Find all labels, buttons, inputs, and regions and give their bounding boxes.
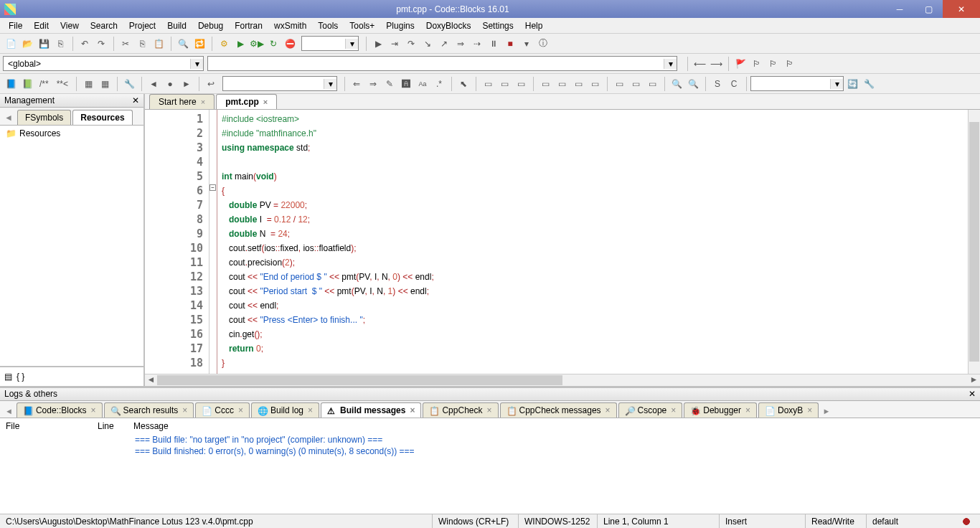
abort-button[interactable]: ⛔ <box>282 36 298 52</box>
nav-stop-button[interactable]: ● <box>162 76 178 92</box>
logs-tab-debugger[interactable]: 🐞Debugger× <box>684 402 757 418</box>
logs-tab-doxyb[interactable]: 📄DoxyB× <box>758 402 819 418</box>
tb-btn-5[interactable]: ▭ <box>554 76 570 92</box>
settings-button[interactable]: 🔧 <box>861 76 877 92</box>
menu-view[interactable]: View <box>55 19 85 32</box>
menu-plugins[interactable]: Plugins <box>380 19 420 32</box>
list-icon[interactable]: ▤ <box>4 372 12 382</box>
run-button[interactable]: ▶ <box>232 36 248 52</box>
menu-project[interactable]: Project <box>123 19 161 32</box>
next-line-button[interactable]: ↷ <box>403 36 419 52</box>
editor-tab-start-here[interactable]: Start here× <box>149 94 215 109</box>
hl-a-button[interactable]: 🅰 <box>398 76 414 92</box>
comment-block-button[interactable]: /** <box>36 76 52 92</box>
last-jump-button[interactable]: ↩ <box>203 76 219 92</box>
close-button[interactable]: ✕ <box>943 0 980 18</box>
prev-func-button[interactable]: ⇐ <box>349 76 364 92</box>
menu-doxyblocks[interactable]: DoxyBlocks <box>420 19 477 32</box>
tb-btn-6[interactable]: ▭ <box>570 76 586 92</box>
scope-combo[interactable]: <global>▾ <box>3 56 204 71</box>
mgmt-tab-left-arrow[interactable]: ◄ <box>1 110 16 125</box>
target-combo[interactable]: ▾ <box>301 36 359 51</box>
logs-body[interactable]: File Line Message === Build file: "no ta… <box>0 418 980 514</box>
logs-tab-cccc[interactable]: 📄Cccc× <box>195 402 250 418</box>
doxy-settings-button[interactable]: 🔧 <box>121 76 137 92</box>
menu-tools+[interactable]: Tools+ <box>344 19 380 32</box>
open-button[interactable]: 📂 <box>19 36 35 52</box>
step-instr-button[interactable]: ⇢ <box>469 36 485 52</box>
tb-btn-8[interactable]: ▭ <box>611 76 627 92</box>
rebuild-button[interactable]: ↻ <box>265 36 281 52</box>
logs-tab-cppcheck[interactable]: 📋CppCheck× <box>423 402 498 418</box>
tb-btn-2[interactable]: ▭ <box>496 76 512 92</box>
management-tree[interactable]: 📁 Resources <box>0 126 143 366</box>
logs-tab-build-log[interactable]: 🌐Build log× <box>251 402 319 418</box>
tb-btn-4[interactable]: ▭ <box>537 76 553 92</box>
debug-windows-button[interactable]: ▾ <box>519 36 534 52</box>
copy-button[interactable]: ⎘ <box>134 36 150 52</box>
tab-close-icon[interactable]: × <box>263 98 268 106</box>
cut-button[interactable]: ✂ <box>118 36 133 52</box>
jump-combo[interactable]: ▾ <box>222 76 337 91</box>
logs-tab-search-results[interactable]: 🔍Search results× <box>104 402 194 418</box>
logs-close-icon[interactable]: ✕ <box>969 389 976 400</box>
tab-close-icon[interactable]: × <box>238 405 243 415</box>
menu-debug[interactable]: Debug <box>192 19 229 32</box>
refresh-button[interactable]: 🔄 <box>844 76 860 92</box>
info-button[interactable]: ⓘ <box>535 36 551 52</box>
bookmark-toggle-button[interactable]: 🚩 <box>732 56 748 72</box>
logs-tab-cppcheck-messages[interactable]: 📋CppCheck messages× <box>500 402 617 418</box>
replace-button[interactable]: 🔁 <box>192 36 207 52</box>
menu-build[interactable]: Build <box>161 19 192 32</box>
tab-close-icon[interactable]: × <box>671 405 676 415</box>
logs-tab-build-messages[interactable]: ⚠Build messages× <box>321 402 421 418</box>
fold-marker[interactable]: − <box>209 184 216 191</box>
stop-debug-button[interactable]: ■ <box>502 36 518 52</box>
tb-btn-3[interactable]: ▭ <box>513 76 529 92</box>
maximize-button[interactable]: ▢ <box>914 0 943 18</box>
nav-fwd-button[interactable]: ► <box>179 76 194 92</box>
doxy-b-button[interactable]: 📗 <box>19 76 35 92</box>
menu-settings[interactable]: Settings <box>476 19 519 32</box>
break-button[interactable]: ⏸ <box>486 36 501 52</box>
menu-fortran[interactable]: Fortran <box>229 19 268 32</box>
logs-tab-cscope[interactable]: 🔎Cscope× <box>618 402 683 418</box>
fortran-s-button[interactable]: S <box>710 76 725 92</box>
debug-continue-button[interactable]: ▶ <box>370 36 386 52</box>
tab-close-icon[interactable]: × <box>182 405 187 415</box>
hl-regex-button[interactable]: .* <box>431 76 447 92</box>
jump-back-button[interactable]: ⟵ <box>692 56 707 72</box>
doxy-a-button[interactable]: 📘 <box>3 76 19 92</box>
new-file-button[interactable]: 📄 <box>3 36 19 52</box>
menu-file[interactable]: File <box>3 19 28 32</box>
tab-close-icon[interactable]: × <box>486 405 491 415</box>
menu-help[interactable]: Help <box>519 19 549 32</box>
symbol-combo[interactable]: ▾ <box>207 56 677 71</box>
logs-tab-code-blocks[interactable]: 📘Code::Blocks× <box>17 402 103 418</box>
zoom-out-button[interactable]: 🔍 <box>685 76 701 92</box>
save-all-button[interactable]: ⎘ <box>52 36 68 52</box>
vertical-scrollbar[interactable] <box>968 110 980 374</box>
minimize-button[interactable]: ─ <box>885 0 914 18</box>
jump-fwd-button[interactable]: ⟶ <box>708 56 724 72</box>
build-run-button[interactable]: ⚙▶ <box>249 36 265 52</box>
doxy-run-button[interactable]: ▦ <box>80 76 96 92</box>
menu-wxsmith[interactable]: wxSmith <box>268 19 312 32</box>
save-button[interactable]: 💾 <box>36 36 52 52</box>
code-editor[interactable]: #include <iostream>#include "mathfinance… <box>217 110 968 374</box>
fortran-combo[interactable]: ▾ <box>750 76 844 91</box>
bug-icon[interactable] <box>960 517 973 527</box>
management-close-icon[interactable]: ✕ <box>132 95 139 105</box>
tb-btn-7[interactable]: ▭ <box>587 76 603 92</box>
doxy-html-button[interactable]: ▦ <box>97 76 113 92</box>
menu-edit[interactable]: Edit <box>28 19 55 32</box>
find-button[interactable]: 🔍 <box>175 36 191 52</box>
tab-close-icon[interactable]: × <box>91 405 96 415</box>
logs-tab-left-arrow[interactable]: ◄ <box>3 405 15 418</box>
bookmark-next-button[interactable]: 🏳 <box>765 56 781 72</box>
tb-btn-1[interactable]: ▭ <box>480 76 496 92</box>
bookmark-clear-button[interactable]: 🏳 <box>782 56 798 72</box>
bookmark-prev-button[interactable]: 🏳 <box>749 56 765 72</box>
next-instr-button[interactable]: ⇒ <box>453 36 468 52</box>
tab-close-icon[interactable]: × <box>410 405 415 415</box>
